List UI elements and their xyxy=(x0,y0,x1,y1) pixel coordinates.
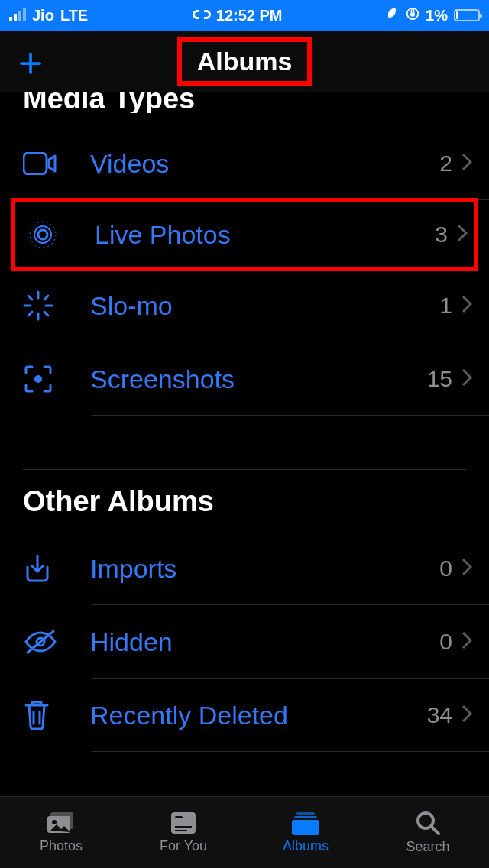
chevron-right-icon xyxy=(461,558,472,579)
orientation-lock-icon xyxy=(406,7,419,24)
row-count: 0 xyxy=(439,629,452,655)
svg-rect-24 xyxy=(175,826,192,828)
row-count: 15 xyxy=(427,366,452,392)
chevron-right-icon xyxy=(457,224,468,245)
battery-icon xyxy=(454,9,480,21)
tab-search[interactable]: Search xyxy=(367,797,489,868)
video-icon xyxy=(23,152,69,175)
svg-rect-27 xyxy=(294,816,317,818)
tab-label: For You xyxy=(160,838,207,854)
chevron-right-icon xyxy=(461,704,472,726)
row-label: Live Photos xyxy=(73,220,435,250)
page-title: Albums xyxy=(197,47,293,76)
tab-label: Search xyxy=(406,839,449,855)
network-label: LTE xyxy=(60,7,88,24)
svg-rect-25 xyxy=(175,830,187,831)
other-albums-list: Imports 0 Hidden 0 Recen xyxy=(0,532,489,752)
row-label: Slo-mo xyxy=(69,291,439,321)
do-not-disturb-icon xyxy=(386,7,400,24)
svg-line-13 xyxy=(28,312,32,316)
tab-photos[interactable]: Photos xyxy=(0,797,122,868)
row-label: Imports xyxy=(69,554,439,584)
albums-icon xyxy=(290,811,321,835)
imports-icon xyxy=(23,553,69,584)
svg-point-14 xyxy=(34,375,42,383)
svg-point-21 xyxy=(52,820,57,824)
search-icon xyxy=(415,810,441,836)
add-button[interactable] xyxy=(17,49,44,83)
nav-header: Albums xyxy=(0,31,489,92)
live-photos-icon xyxy=(28,219,73,250)
chevron-right-icon xyxy=(461,295,472,316)
screenshots-icon xyxy=(23,364,69,394)
signal-icon xyxy=(9,9,26,21)
carrier-label: Jio xyxy=(32,7,54,24)
tab-label: Albums xyxy=(283,838,329,854)
status-bar: Jio LTE 12:52 PM 1% xyxy=(0,0,489,31)
svg-rect-2 xyxy=(24,153,47,174)
svg-rect-28 xyxy=(292,820,319,835)
battery-pct-label: 1% xyxy=(426,7,448,24)
row-screenshots[interactable]: Screenshots 15 xyxy=(0,342,489,416)
row-label: Screenshots xyxy=(69,364,427,394)
chevron-right-icon xyxy=(461,631,472,653)
section-header-other-albums: Other Albums xyxy=(0,485,489,518)
title-highlight: Albums xyxy=(177,37,313,86)
tab-label: Photos xyxy=(40,838,83,854)
svg-line-16 xyxy=(28,631,53,653)
svg-rect-1 xyxy=(410,12,414,16)
row-label: Videos xyxy=(69,149,439,179)
row-count: 3 xyxy=(435,222,448,248)
chevron-right-icon xyxy=(461,153,472,174)
row-hidden[interactable]: Hidden 0 xyxy=(0,605,489,679)
personal-hotspot-icon xyxy=(192,7,212,24)
svg-line-12 xyxy=(44,296,48,300)
trash-icon xyxy=(23,699,69,731)
row-slo-mo[interactable]: Slo-mo 1 xyxy=(0,269,489,342)
tab-bar: Photos For You Albums Search xyxy=(0,796,489,868)
row-live-photos[interactable]: Live Photos 3 xyxy=(11,198,478,271)
chevron-right-icon xyxy=(461,368,472,390)
for-you-icon xyxy=(170,811,197,835)
slo-mo-icon xyxy=(23,290,69,321)
svg-rect-23 xyxy=(175,816,183,818)
row-videos[interactable]: Videos 2 xyxy=(0,127,489,200)
row-label: Hidden xyxy=(69,627,439,657)
svg-line-10 xyxy=(28,296,32,300)
svg-line-11 xyxy=(44,312,48,316)
media-types-list: Videos 2 Live Photos 3 xyxy=(0,127,489,416)
svg-point-4 xyxy=(34,226,51,243)
row-count: 2 xyxy=(439,151,452,177)
svg-line-30 xyxy=(432,827,439,834)
row-count: 34 xyxy=(427,702,452,728)
clock-label: 12:52 PM xyxy=(216,7,283,24)
row-recently-deleted[interactable]: Recently Deleted 34 xyxy=(0,679,489,752)
row-label: Recently Deleted xyxy=(69,701,427,730)
row-count: 1 xyxy=(439,293,452,319)
svg-rect-26 xyxy=(296,812,315,815)
row-imports[interactable]: Imports 0 xyxy=(0,532,489,605)
hidden-icon xyxy=(23,628,69,656)
tab-albums[interactable]: Albums xyxy=(244,797,367,868)
photos-icon xyxy=(46,811,76,835)
svg-point-3 xyxy=(38,230,47,239)
section-divider xyxy=(23,469,466,470)
row-count: 0 xyxy=(439,555,452,581)
tab-for-you[interactable]: For You xyxy=(122,797,244,868)
